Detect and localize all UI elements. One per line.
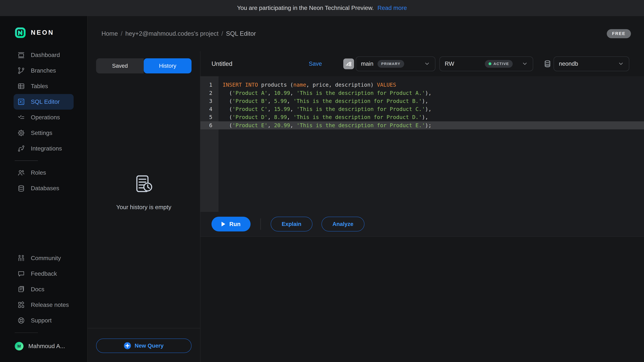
breadcrumb-segment: SQL Editor xyxy=(226,30,256,37)
release-notes-icon xyxy=(17,301,25,309)
docs-icon xyxy=(17,285,25,293)
sidebar-item-label: SQL Editor xyxy=(31,98,60,105)
analyze-button[interactable]: Analyze xyxy=(322,217,364,231)
new-query-button[interactable]: New Query xyxy=(96,339,192,353)
explain-button[interactable]: Explain xyxy=(271,217,312,231)
run-label: Run xyxy=(229,221,240,227)
code-text: ('Product E', 20.99, 'This is the descri… xyxy=(218,121,432,129)
code-line-4: 4 ('Product C', 15.99, 'This is the desc… xyxy=(200,105,644,113)
neon-logo-icon xyxy=(15,27,26,38)
play-icon xyxy=(222,222,225,226)
neon-logo[interactable]: NEON xyxy=(15,27,87,38)
code-text: ('Product B', 5.99, 'This is the descrip… xyxy=(218,97,428,105)
saved-history-tabs: Saved History xyxy=(96,58,192,73)
sidebar-item-operations[interactable]: Operations xyxy=(14,110,74,125)
plan-badge[interactable]: FREE xyxy=(607,29,631,38)
line-number: 2 xyxy=(200,89,218,97)
sidebar-item-label: Settings xyxy=(31,130,52,136)
read-more-link[interactable]: Read more xyxy=(378,4,407,11)
sidebar-item-label: Branches xyxy=(31,67,56,74)
sidebar-nav-secondary: RolesDatabases xyxy=(0,165,87,196)
settings-icon xyxy=(17,129,25,137)
sidebar-item-label: Feedback xyxy=(31,270,57,277)
sidebar-item-dashboard[interactable]: Dashboard xyxy=(14,47,74,63)
branch-name: main xyxy=(361,60,373,67)
tables-icon xyxy=(17,82,25,90)
sidebar-item-label: Docs xyxy=(31,286,44,293)
sidebar-nav-main: DashboardBranchesTablesSQL EditorOperati… xyxy=(0,47,87,156)
history-empty-icon xyxy=(134,174,154,194)
user-menu[interactable]: M Mahmoud A... xyxy=(15,342,74,351)
branches-icon xyxy=(17,67,25,75)
code-line-1: 1INSERT INTO products (name, price, desc… xyxy=(200,81,644,89)
chevron-down-icon xyxy=(618,61,624,67)
plus-icon xyxy=(124,342,131,349)
run-button[interactable]: Run xyxy=(212,217,250,231)
sidebar-item-feedback[interactable]: Feedback xyxy=(14,266,74,282)
actions-divider xyxy=(260,218,261,230)
avatar: M xyxy=(15,342,23,351)
sidebar-nav-bottom: CommunityFeedbackDocsRelease notesSuppor… xyxy=(0,250,87,328)
sidebar-item-community[interactable]: Community xyxy=(14,250,74,266)
sidebar-item-settings[interactable]: Settings xyxy=(14,125,74,141)
active-badge: ACTIVE xyxy=(485,60,513,68)
sidebar: NEON DashboardBranchesTablesSQL EditorOp… xyxy=(0,16,88,362)
code-text: INSERT INTO products (name, price, descr… xyxy=(218,81,396,89)
sidebar-item-release-notes[interactable]: Release notes xyxy=(14,297,74,313)
sidebar-item-label: Roles xyxy=(31,169,46,176)
endpoint-selector[interactable]: RW ACTIVE xyxy=(440,56,533,71)
line-number: 4 xyxy=(200,105,218,113)
sidebar-item-label: Tables xyxy=(31,83,48,90)
code-text: ('Product A', 10.99, 'This is the descri… xyxy=(218,89,432,97)
breadcrumb-segment[interactable]: hey+2@mahmoud.codes's project xyxy=(125,30,218,37)
neon-wordmark: NEON xyxy=(31,29,54,36)
sidebar-item-docs[interactable]: Docs xyxy=(14,282,74,297)
breadcrumb-separator: / xyxy=(221,30,223,37)
query-title[interactable]: Untitled xyxy=(212,60,232,67)
page-header: Home/hey+2@mahmoud.codes's project/SQL E… xyxy=(88,16,644,51)
primary-badge: PRIMARY xyxy=(378,60,404,68)
code-line-3: 3 ('Product B', 5.99, 'This is the descr… xyxy=(200,97,644,105)
sidebar-item-integrations[interactable]: Integrations xyxy=(14,141,74,156)
sidebar-divider xyxy=(15,160,38,161)
save-button[interactable]: Save xyxy=(309,60,322,67)
sql-code-editor[interactable]: 1INSERT INTO products (name, price, desc… xyxy=(200,76,644,212)
sidebar-item-support[interactable]: Support xyxy=(14,313,74,328)
editor-toolbar: Untitled Save xyxy=(200,51,644,76)
branch-icon[interactable] xyxy=(343,58,354,69)
support-icon xyxy=(17,317,25,325)
code-line-6: 6 ('Product E', 20.99, 'This is the desc… xyxy=(200,121,644,129)
line-number: 1 xyxy=(200,81,218,89)
sidebar-item-tables[interactable]: Tables xyxy=(14,78,74,94)
sql-editor-icon xyxy=(17,98,25,106)
database-name: neondb xyxy=(559,60,578,67)
database-selector[interactable]: neondb xyxy=(554,56,629,71)
endpoint-name: RW xyxy=(445,60,454,67)
sidebar-item-label: Integrations xyxy=(31,145,62,152)
branch-selector[interactable]: main PRIMARY xyxy=(356,56,435,71)
sidebar-divider-bottom xyxy=(15,333,38,333)
databases-icon xyxy=(17,185,25,192)
sidebar-item-label: Community xyxy=(31,255,61,262)
sidebar-item-label: Operations xyxy=(31,114,60,121)
dashboard-icon xyxy=(17,51,25,59)
history-footer: New Query xyxy=(88,328,200,362)
banner-text: You are participating in the Neon Techni… xyxy=(237,4,374,11)
sidebar-item-sql-editor[interactable]: SQL Editor xyxy=(14,94,74,110)
feedback-icon xyxy=(17,270,25,278)
sidebar-item-databases[interactable]: Databases xyxy=(14,180,74,196)
results-area xyxy=(200,237,644,362)
user-name: Mahmoud A... xyxy=(28,343,65,350)
tab-history[interactable]: History xyxy=(144,58,191,73)
sidebar-item-branches[interactable]: Branches xyxy=(14,63,74,78)
sidebar-item-label: Support xyxy=(31,317,52,324)
sidebar-item-roles[interactable]: Roles xyxy=(14,165,74,180)
queries-panel: Saved History xyxy=(88,51,200,362)
chevron-down-icon xyxy=(424,61,430,67)
line-number: 3 xyxy=(200,97,218,105)
breadcrumb-separator: / xyxy=(121,30,122,37)
breadcrumb-segment[interactable]: Home xyxy=(102,30,118,37)
tab-saved[interactable]: Saved xyxy=(96,58,144,73)
new-query-label: New Query xyxy=(135,343,164,349)
sql-editor-panel: Untitled Save xyxy=(200,51,644,362)
